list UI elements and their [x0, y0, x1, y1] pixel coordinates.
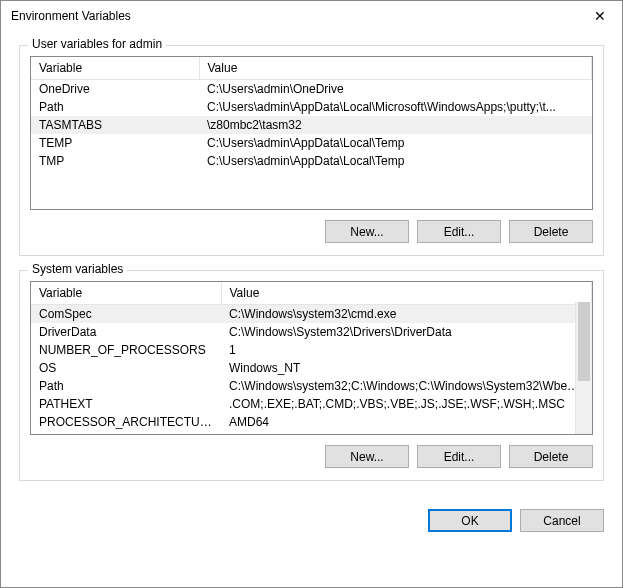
close-button[interactable]: ✕	[577, 1, 622, 31]
user-col-variable[interactable]: Variable	[31, 57, 199, 80]
cell-value: C:\Users\admin\AppData\Local\Temp	[199, 134, 592, 152]
system-group-label: System variables	[28, 262, 127, 276]
user-col-value[interactable]: Value	[199, 57, 592, 80]
table-row[interactable]: PathC:\Windows\system32;C:\Windows;C:\Wi…	[31, 377, 592, 395]
user-group-label: User variables for admin	[28, 37, 166, 51]
cell-variable: PATHEXT	[31, 395, 221, 413]
dialog-body: User variables for admin Variable Value …	[1, 31, 622, 505]
cell-value: C:\Windows\System32\Drivers\DriverData	[221, 323, 592, 341]
dialog-button-row: OK Cancel	[1, 505, 622, 542]
cell-variable: NUMBER_OF_PROCESSORS	[31, 341, 221, 359]
cell-variable: OneDrive	[31, 80, 199, 99]
cell-value: .COM;.EXE;.BAT;.CMD;.VBS;.VBE;.JS;.JSE;.…	[221, 395, 592, 413]
table-row[interactable]: TEMPC:\Users\admin\AppData\Local\Temp	[31, 134, 592, 152]
table-row[interactable]: PROCESSOR_ARCHITECTUREAMD64	[31, 413, 592, 431]
cell-value: C:\Users\admin\AppData\Local\Temp	[199, 152, 592, 170]
cell-value: C:\Windows\system32;C:\Windows;C:\Window…	[221, 377, 592, 395]
cell-value: AMD64	[221, 413, 592, 431]
window-title: Environment Variables	[11, 9, 577, 23]
cell-value: C:\Users\admin\OneDrive	[199, 80, 592, 99]
system-variables-group: System variables Variable Value ComSpecC…	[19, 270, 604, 481]
table-row[interactable]: OSWindows_NT	[31, 359, 592, 377]
table-row[interactable]: DriverDataC:\Windows\System32\Drivers\Dr…	[31, 323, 592, 341]
table-row[interactable]: ComSpecC:\Windows\system32\cmd.exe	[31, 305, 592, 324]
table-row[interactable]: TMPC:\Users\admin\AppData\Local\Temp	[31, 152, 592, 170]
cell-variable: TEMP	[31, 134, 199, 152]
user-variables-table[interactable]: Variable Value OneDriveC:\Users\admin\On…	[31, 57, 592, 170]
sys-col-value[interactable]: Value	[221, 282, 592, 305]
cell-variable: Path	[31, 377, 221, 395]
scrollbar-thumb[interactable]	[578, 302, 590, 381]
system-variables-table[interactable]: Variable Value ComSpecC:\Windows\system3…	[31, 282, 592, 431]
table-row[interactable]: PATHEXT.COM;.EXE;.BAT;.CMD;.VBS;.VBE;.JS…	[31, 395, 592, 413]
cell-value: Windows_NT	[221, 359, 592, 377]
cell-variable: Path	[31, 98, 199, 116]
cell-variable: DriverData	[31, 323, 221, 341]
cell-variable: TASMTABS	[31, 116, 199, 134]
table-row[interactable]: NUMBER_OF_PROCESSORS1	[31, 341, 592, 359]
cell-value: 1	[221, 341, 592, 359]
table-row[interactable]: PathC:\Users\admin\AppData\Local\Microso…	[31, 98, 592, 116]
user-variables-group: User variables for admin Variable Value …	[19, 45, 604, 256]
cell-value: C:\Users\admin\AppData\Local\Microsoft\W…	[199, 98, 592, 116]
table-row[interactable]: OneDriveC:\Users\admin\OneDrive	[31, 80, 592, 99]
system-scrollbar[interactable]	[575, 302, 592, 434]
system-new-button[interactable]: New...	[325, 445, 409, 468]
cell-value: C:\Windows\system32\cmd.exe	[221, 305, 592, 324]
cell-variable: TMP	[31, 152, 199, 170]
system-edit-button[interactable]: Edit...	[417, 445, 501, 468]
system-variables-table-wrap: Variable Value ComSpecC:\Windows\system3…	[30, 281, 593, 435]
close-icon: ✕	[594, 8, 606, 24]
ok-button[interactable]: OK	[428, 509, 512, 532]
cancel-button[interactable]: Cancel	[520, 509, 604, 532]
user-variables-table-wrap: Variable Value OneDriveC:\Users\admin\On…	[30, 56, 593, 210]
system-button-row: New... Edit... Delete	[30, 445, 593, 468]
cell-variable: OS	[31, 359, 221, 377]
titlebar: Environment Variables ✕	[1, 1, 622, 31]
user-edit-button[interactable]: Edit...	[417, 220, 501, 243]
system-delete-button[interactable]: Delete	[509, 445, 593, 468]
cell-variable: ComSpec	[31, 305, 221, 324]
user-delete-button[interactable]: Delete	[509, 220, 593, 243]
user-button-row: New... Edit... Delete	[30, 220, 593, 243]
table-row[interactable]: TASMTABS\z80mbc2\tasm32	[31, 116, 592, 134]
cell-variable: PROCESSOR_ARCHITECTURE	[31, 413, 221, 431]
sys-col-variable[interactable]: Variable	[31, 282, 221, 305]
cell-value: \z80mbc2\tasm32	[199, 116, 592, 134]
user-new-button[interactable]: New...	[325, 220, 409, 243]
